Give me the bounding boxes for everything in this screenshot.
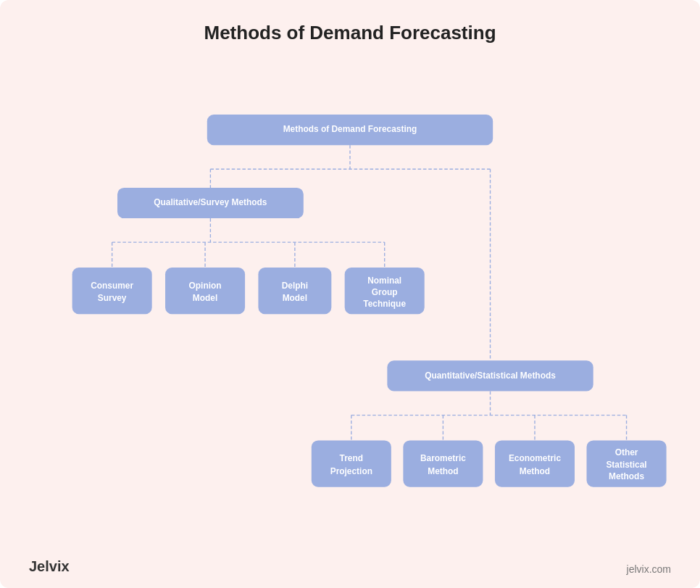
- trend-projection-bg: [312, 440, 391, 486]
- page-container: Methods of Demand Forecasting .node-rect…: [0, 0, 700, 588]
- opinion-model-bg: [165, 268, 245, 314]
- delphi-model-label-line1: Delphi: [282, 281, 308, 291]
- opinion-model-label-line1: Opinion: [189, 281, 222, 291]
- consumer-survey-label-line2: Survey: [98, 293, 127, 303]
- nominal-group-label-line1: Nominal: [367, 276, 401, 286]
- nominal-group-label-line2: Group: [372, 287, 398, 297]
- diagram-area: .node-rect { rx: 10; ry: 10; fill: #9bae…: [29, 65, 671, 566]
- econometric-label-line2: Method: [520, 466, 550, 476]
- footer-url: jelvix.com: [627, 563, 671, 575]
- footer-brand: Jelvix: [29, 558, 70, 575]
- nominal-group-label-line3: Technique: [363, 299, 406, 309]
- consumer-survey-bg: [72, 268, 152, 314]
- page-title: Methods of Demand Forecasting: [204, 22, 496, 44]
- other-statistical-label-line2: Statistical: [606, 460, 646, 470]
- barometric-label-line1: Barometric: [420, 453, 466, 463]
- delphi-model-label-line2: Model: [283, 293, 307, 303]
- other-statistical-label-line3: Methods: [609, 471, 644, 481]
- quantitative-node-label: Quantitative/Statistical Methods: [425, 370, 556, 381]
- barometric-label-line2: Method: [428, 466, 458, 476]
- delphi-model-bg: [258, 268, 331, 314]
- trend-projection-label-line2: Projection: [330, 466, 372, 476]
- trend-projection-label-line1: Trend: [340, 453, 363, 463]
- econometric-label-line1: Econometric: [509, 453, 561, 463]
- barometric-bg: [403, 440, 483, 486]
- opinion-model-label-line2: Model: [193, 293, 217, 303]
- qualitative-node-label: Qualitative/Survey Methods: [154, 197, 267, 207]
- diagram-svg: .node-rect { rx: 10; ry: 10; fill: #9bae…: [29, 65, 671, 566]
- consumer-survey-label-line1: Consumer: [91, 281, 133, 291]
- other-statistical-label-line1: Other: [615, 447, 638, 457]
- econometric-bg: [495, 440, 575, 486]
- root-node-label: Methods of Demand Forecasting: [283, 124, 417, 134]
